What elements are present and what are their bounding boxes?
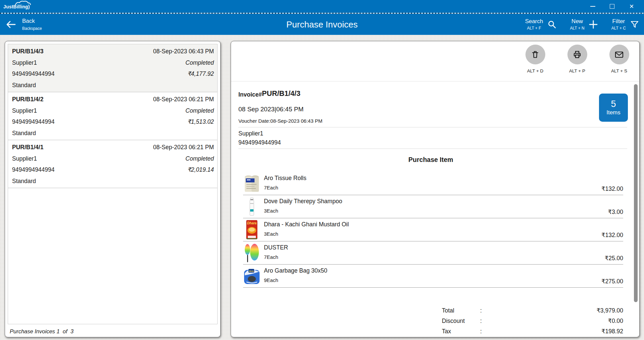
items-count-badge: 5 Items bbox=[599, 94, 628, 122]
back-arrow-icon bbox=[5, 19, 17, 30]
items-count: 5 bbox=[611, 99, 616, 109]
printer-icon bbox=[572, 50, 582, 60]
item-qty: 3Each bbox=[264, 231, 278, 237]
tax-value: ₹198.92 bbox=[488, 328, 623, 335]
back-label: Back bbox=[22, 17, 42, 25]
product-image-shampoo-bottle bbox=[244, 196, 260, 217]
close-button[interactable]: ✕ bbox=[622, 0, 641, 13]
delete-button[interactable]: ALT + D bbox=[513, 45, 557, 73]
invoice-list-panel: PUR/B1/4/3 08-Sep-2023 06:43 PM Supplier… bbox=[5, 41, 221, 337]
command-bar: Back Backspace Purchase Invoices Search … bbox=[0, 14, 644, 35]
back-shortcut: Backspace bbox=[22, 26, 42, 31]
invoice-amount: ₹4,177.92 bbox=[187, 68, 214, 80]
invoice-phone: 9494994944994 bbox=[12, 116, 214, 128]
search-icon bbox=[547, 20, 557, 29]
discount-value: ₹0.00 bbox=[488, 318, 623, 325]
trash-icon bbox=[530, 50, 540, 60]
invoice-list-item[interactable]: PUR/B1/4/2 08-Sep-2023 06:21 PM Supplier… bbox=[8, 92, 217, 140]
invoice-type: Standard bbox=[12, 128, 214, 139]
close-icon: ✕ bbox=[629, 4, 634, 9]
totals-section: Total : ₹3,979.00 Discount : ₹0.00 Tax :… bbox=[442, 305, 623, 337]
invoice-amount: ₹1,513.02 bbox=[187, 116, 214, 128]
print-button[interactable]: ALT + P bbox=[555, 45, 599, 73]
item-qty: 9Each bbox=[264, 277, 278, 283]
invoice-number-value: PUR/B1/4/3 bbox=[262, 90, 301, 98]
command-bar-actions: Search ALT + F New ALT + N bbox=[525, 14, 639, 35]
item-name: Aro Tissue Rolls bbox=[264, 175, 306, 182]
filter-shortcut: ALT + C bbox=[611, 26, 626, 31]
discount-row: Discount : ₹0.00 bbox=[442, 316, 623, 326]
svg-text:Dhara: Dhara bbox=[247, 221, 257, 225]
search-button[interactable]: Search ALT + F bbox=[525, 18, 557, 31]
email-shortcut: ALT + S bbox=[597, 68, 641, 73]
product-image-tissue-rolls bbox=[244, 173, 260, 193]
app-logo-text: JustBilling) bbox=[3, 4, 30, 9]
maximize-button[interactable] bbox=[602, 0, 622, 13]
invoice-datetime: 08-Sep-2023 06:21 PM bbox=[153, 94, 214, 105]
invoice-list-item[interactable]: PUR/B1/4/1 08-Sep-2023 06:21 PM Supplier… bbox=[8, 140, 217, 188]
product-image-duster bbox=[244, 243, 260, 263]
item-name: Aro Garbage Bag 30x50 bbox=[264, 267, 327, 274]
detail-scrollbar[interactable] bbox=[634, 84, 638, 302]
window-controls: ✕ bbox=[583, 0, 641, 13]
tax-row: Tax : ₹198.92 bbox=[442, 326, 623, 337]
email-button[interactable]: ALT + S bbox=[597, 45, 641, 73]
app-window: JustBilling) ✕ Back Backspace Purchase I… bbox=[0, 0, 644, 340]
purchase-items-list: Aro Tissue Rolls 7Each ₹132.00 Dove Dail… bbox=[243, 172, 623, 288]
item-name: Dove Daily Therepy Shampoo bbox=[264, 198, 342, 205]
product-image-garbage-bag: Aro bbox=[244, 266, 260, 286]
list-pagination-status: Purchase Invoices 1 of 3 bbox=[10, 328, 74, 335]
invoice-list: PUR/B1/4/3 08-Sep-2023 06:43 PM Supplier… bbox=[8, 44, 218, 324]
supplier-phone: 9494994944994 bbox=[238, 139, 281, 146]
invoice-supplier: Supplier1 bbox=[12, 57, 214, 69]
supplier-name: Supplier1 bbox=[238, 130, 263, 137]
purchase-item-row[interactable]: Aro Tissue Rolls 7Each ₹132.00 bbox=[243, 172, 623, 195]
purchase-item-row[interactable]: DUSTER 7Each ₹25.00 bbox=[243, 241, 623, 265]
filter-button[interactable]: Filter ALT + C bbox=[611, 18, 639, 31]
total-label: Total bbox=[442, 307, 480, 314]
back-button[interactable]: Back Backspace bbox=[5, 14, 42, 35]
invoice-type: Standard bbox=[12, 176, 214, 187]
items-count-label: Items bbox=[606, 109, 620, 116]
search-shortcut: ALT + F bbox=[525, 26, 543, 31]
purchase-item-row[interactable]: Aro Aro Garbage Bag 30x50 9Each ₹275.00 bbox=[243, 265, 623, 288]
invoice-phone: 9494994944994 bbox=[12, 164, 214, 176]
invoice-detail-panel: ALT + D ALT + P bbox=[231, 41, 640, 337]
item-name: DUSTER bbox=[264, 244, 288, 251]
new-shortcut: ALT + N bbox=[570, 26, 585, 31]
filter-label: Filter bbox=[611, 18, 626, 25]
voucher-date: Voucher Date:08-Sep-2023 06:43 PM bbox=[238, 118, 322, 124]
minimize-button[interactable] bbox=[583, 0, 602, 13]
item-qty: 7Each bbox=[264, 185, 278, 190]
item-price: ₹132.00 bbox=[601, 185, 623, 192]
purchase-item-row[interactable]: Dove Daily Therepy Shampoo 3Each ₹3.00 bbox=[243, 195, 623, 218]
discount-label: Discount bbox=[442, 318, 480, 325]
item-qty: 7Each bbox=[264, 254, 278, 260]
new-label: New bbox=[570, 18, 585, 25]
invoice-datetime: 08 Sep 2023|06:45 PM bbox=[238, 106, 304, 113]
invoice-status: Completed bbox=[185, 57, 214, 69]
titlebar: JustBilling) ✕ bbox=[0, 0, 644, 13]
invoice-datetime: 08-Sep-2023 06:21 PM bbox=[153, 142, 214, 153]
new-button[interactable]: New ALT + N bbox=[570, 18, 598, 31]
invoice-type: Standard bbox=[12, 80, 214, 91]
delete-shortcut: ALT + D bbox=[513, 68, 557, 73]
item-price: ₹25.00 bbox=[605, 255, 623, 262]
item-qty: 3Each bbox=[264, 208, 278, 214]
invoice-phone: 9494994944994 bbox=[12, 68, 214, 80]
invoice-list-item[interactable]: PUR/B1/4/3 08-Sep-2023 06:43 PM Supplier… bbox=[8, 44, 217, 92]
print-shortcut: ALT + P bbox=[555, 68, 599, 73]
filter-funnel-icon bbox=[630, 20, 639, 29]
item-price: ₹3.00 bbox=[608, 209, 623, 216]
back-labels: Back Backspace bbox=[22, 17, 42, 31]
svg-text:Aro: Aro bbox=[249, 270, 254, 273]
maximize-icon bbox=[610, 4, 614, 9]
invoice-number-label: Invoice# bbox=[238, 91, 262, 98]
minimize-icon bbox=[590, 6, 595, 7]
search-label: Search bbox=[525, 18, 543, 25]
item-name: Dhara - Kachi Ghani Mustard Oil bbox=[264, 221, 349, 228]
invoice-supplier: Supplier1 bbox=[12, 153, 214, 165]
purchase-item-row[interactable]: Dhara Dhara - Kachi Ghani Mustard Oil 3E… bbox=[243, 218, 623, 241]
plus-icon bbox=[589, 20, 598, 29]
mail-icon bbox=[614, 50, 624, 60]
